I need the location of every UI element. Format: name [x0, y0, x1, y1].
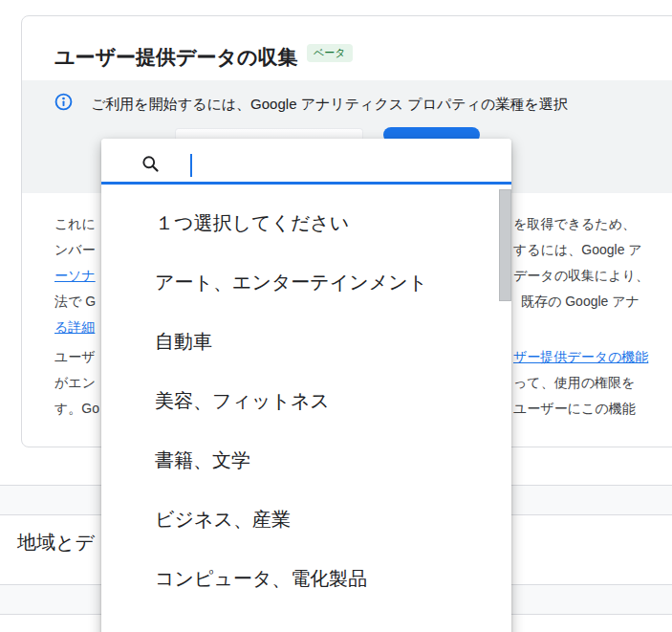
details-link-fragment[interactable]: る詳細 [54, 317, 100, 337]
dropdown-item-business-industrial[interactable]: ビジネス、産業 [101, 490, 511, 549]
screen: ユーザー提供データの収集 ベータ ご利用を開始するには、Google アナリティ… [0, 0, 672, 632]
body-fragment-right-0: を取得できるため、 [513, 214, 636, 233]
body-fragment-left-1: ンバー [54, 240, 100, 259]
body-fragment-left-5: ユーザ [54, 347, 100, 366]
dropdown-item-beauty-fitness[interactable]: 美容、フィットネス [101, 371, 511, 430]
dropdown-item-computers-electronics[interactable]: コンピュータ、電化製品 [101, 549, 511, 608]
body-fragment-left-7: す。Go [54, 399, 100, 418]
dropdown-item-automotive[interactable]: 自動車 [101, 312, 511, 371]
dropdown-item-select-one[interactable]: １つ選択してください [101, 193, 511, 252]
body-fragment-right-3: 既存の Google アナ [521, 292, 639, 311]
region-data-section-heading: 地域とデ [17, 530, 95, 556]
dropdown-scrollbar-track[interactable] [499, 187, 511, 632]
dropdown-search-input[interactable] [192, 150, 479, 177]
body-fragment-left-6: がエン [54, 373, 100, 392]
info-icon [54, 93, 73, 111]
body-fragment-left-3: 法で G [54, 292, 100, 311]
industry-dropdown: １つ選択してください アート、エンターテインメント 自動車 美容、フィットネス … [101, 139, 511, 632]
search-icon [141, 154, 161, 174]
beta-badge: ベータ [307, 44, 353, 62]
page-title: ユーザー提供データの収集 [54, 44, 297, 71]
body-fragment-right-6: ユーザーにこの機能 [513, 399, 636, 418]
body-fragment-left-0: これに [54, 214, 100, 233]
dropdown-scrollbar-thumb[interactable] [499, 189, 511, 301]
personal-data-link-fragment[interactable]: ーソナ [54, 266, 100, 285]
user-provided-data-link-fragment[interactable]: ザー提供データの機能 [513, 347, 648, 366]
dropdown-item-books-literature[interactable]: 書籍、文学 [101, 430, 511, 490]
body-fragment-right-1: するには、Google ア [513, 240, 642, 259]
dropdown-item-arts-entertainment[interactable]: アート、エンターテインメント [101, 252, 511, 312]
dropdown-search-row [101, 139, 511, 185]
body-fragment-right-2: データの収集により、 [513, 266, 649, 285]
body-fragment-right-5: って、使用の権限を [513, 373, 635, 392]
banner-text: ご利用を開始するには、Google アナリティクス プロパティの業種を選択 [91, 96, 568, 114]
dropdown-list: １つ選択してください アート、エンターテインメント 自動車 美容、フィットネス … [101, 185, 511, 608]
